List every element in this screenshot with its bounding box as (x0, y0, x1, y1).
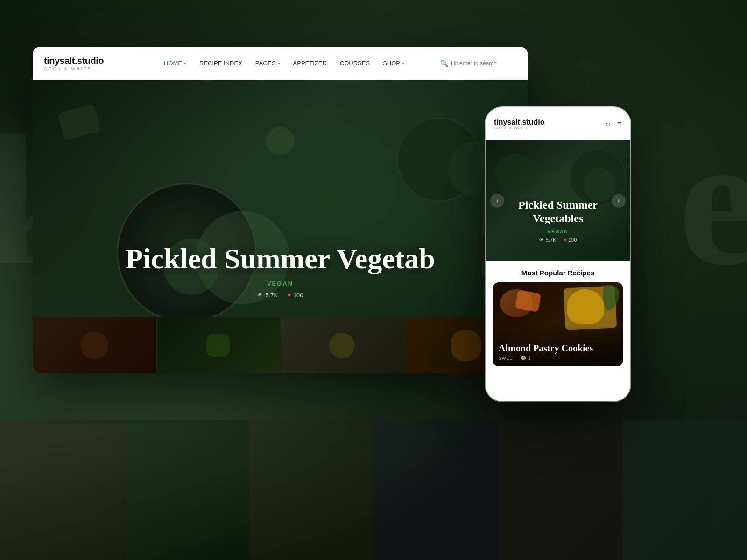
desktop-mockup: tinysalt.studio COOK & WRITE HOME ▾ RECI… (33, 47, 528, 373)
comment-icon: 💬 (521, 356, 526, 361)
mobile-hero: ‹ › Pickled Summer Vegetables VEGAN 👁 5.… (486, 140, 630, 261)
hero-title: Pickled Summer Vegetab (33, 243, 528, 274)
recipe-tag: SWEET (499, 356, 516, 361)
nav-item-recipe-index[interactable]: RECIPE INDEX (199, 60, 242, 67)
desktop-hero: Pickled Summer Vegetab VEGAN 👁 5.7K ♥ 10… (33, 80, 528, 373)
desktop-search: 🔍 (440, 60, 516, 67)
search-icon: 🔍 (440, 60, 448, 67)
mobile-logo-name[interactable]: tinysalt.studio (494, 118, 544, 126)
mobile-header: tinysalt.studio COOK & WRITE ⌕ ≡ (486, 107, 630, 140)
chevron-down-icon: ▾ (402, 61, 404, 66)
desktop-header: tinysalt.studio COOK & WRITE HOME ▾ RECI… (33, 47, 528, 80)
recipe-card-almond[interactable]: Almond Pastry Cookies SWEET 💬 1 (493, 282, 623, 366)
nav-item-shop[interactable]: SHOP ▾ (383, 60, 404, 67)
hero-category: VEGAN (33, 280, 528, 287)
bg-food-tile (249, 420, 374, 560)
desktop-logo-tagline: COOK & WRITE (44, 66, 92, 71)
mobile-food-bowl (495, 154, 537, 191)
hero-thumbnails (33, 317, 528, 373)
mobile-hero-title: Pickled Summer Vegetables (495, 198, 621, 225)
mobile-hero-category: VEGAN (495, 229, 621, 234)
mobile-hero-stats: 👁 5.7K ♥ 100 (495, 237, 621, 243)
desktop-logo: tinysalt.studio COOK & WRITE (44, 56, 128, 71)
hero-views: 👁 5.7K (257, 292, 278, 299)
search-input[interactable] (451, 60, 516, 67)
recipe-title: Almond Pastry Cookies (499, 343, 617, 354)
hero-stats: 👁 5.7K ♥ 100 (33, 292, 528, 299)
hero-thumb-2[interactable] (157, 317, 280, 373)
recipe-comments: 💬 1 (521, 356, 531, 361)
food-item-2 (266, 127, 294, 155)
bg-food-tile (125, 420, 249, 560)
heart-icon: ♥ (564, 237, 568, 243)
mobile-popular-section: Most Popular Recipes Almond Pastry Cooki… (486, 261, 630, 366)
bg-food-tile (0, 420, 125, 560)
menu-icon[interactable]: ≡ (617, 119, 622, 129)
eye-icon: 👁 (257, 292, 263, 299)
bg-food-tile (622, 420, 747, 560)
nav-item-pages[interactable]: PAGES ▾ (255, 60, 280, 67)
recipe-meta: SWEET 💬 1 (499, 356, 617, 361)
heart-icon: ♥ (287, 292, 291, 299)
mobile-logo: tinysalt.studio COOK & WRITE (494, 118, 544, 130)
hero-thumb-3[interactable] (281, 317, 404, 373)
mobile-food-item (584, 168, 616, 201)
nav-item-home[interactable]: HOME ▾ (164, 60, 186, 67)
bg-letter-right: e (678, 93, 747, 308)
eye-icon: 👁 (539, 237, 546, 243)
mobile-header-icons: ⌕ ≡ (606, 119, 622, 129)
prev-slide-button[interactable]: ‹ (490, 194, 504, 208)
hero-content: Pickled Summer Vegetab VEGAN 👁 5.7K ♥ 10… (33, 243, 528, 299)
popular-section-title: Most Popular Recipes (493, 269, 623, 277)
mobile-logo-tagline: COOK & WRITE (494, 126, 544, 130)
nav-item-courses[interactable]: COURSES (340, 60, 370, 67)
desktop-logo-name[interactable]: tinysalt.studio (44, 56, 104, 66)
card-content: Almond Pastry Cookies SWEET 💬 1 (493, 337, 623, 366)
hero-likes: ♥ 100 (287, 292, 303, 299)
nav-item-appetizer[interactable]: APPETIZER (293, 60, 327, 67)
chevron-down-icon: ▾ (184, 61, 186, 66)
next-slide-button[interactable]: › (612, 194, 626, 208)
bg-food-tile (498, 420, 623, 560)
bg-food-tile (374, 420, 498, 560)
bg-food-bottom (0, 420, 747, 560)
chevron-down-icon: ▾ (278, 61, 280, 66)
mobile-hero-views: 👁 5.7K (539, 237, 557, 243)
hero-thumb-1[interactable] (33, 317, 156, 373)
mobile-hero-likes: ♥ 100 (564, 237, 577, 243)
mobile-hero-content: Pickled Summer Vegetables VEGAN 👁 5.7K ♥… (486, 198, 630, 243)
mobile-mockup: tinysalt.studio COOK & WRITE ⌕ ≡ ‹ › Pic… (486, 107, 630, 401)
desktop-nav: HOME ▾ RECIPE INDEX PAGES ▾ APPETIZER CO… (128, 60, 440, 67)
search-icon[interactable]: ⌕ (606, 119, 611, 129)
